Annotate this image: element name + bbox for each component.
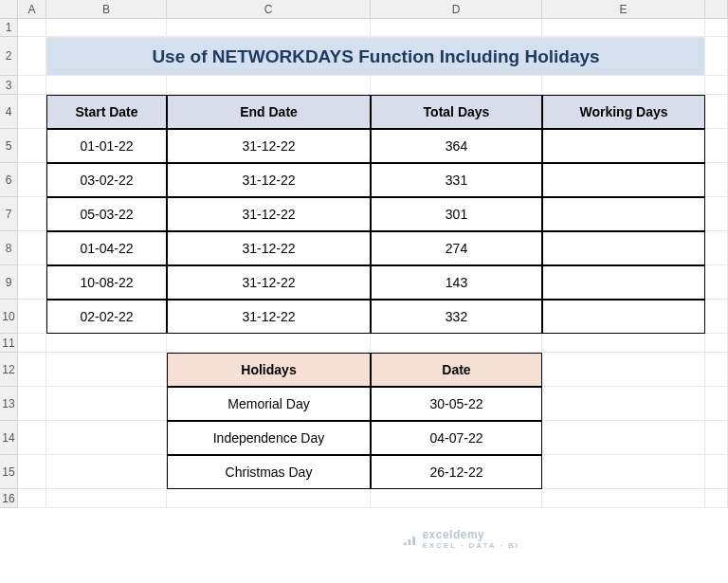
header-working-days[interactable]: Working Days	[542, 95, 705, 129]
cell[interactable]	[371, 76, 542, 95]
cell[interactable]	[18, 387, 46, 421]
cell-holiday-date[interactable]: 26-12-22	[371, 455, 542, 489]
cell[interactable]	[705, 95, 728, 129]
cell[interactable]	[18, 129, 46, 163]
col-header-E[interactable]: E	[542, 0, 705, 19]
cell[interactable]	[705, 421, 728, 455]
cell[interactable]	[46, 387, 167, 421]
cell-holiday-date[interactable]: 04-07-22	[371, 421, 542, 455]
cell[interactable]	[542, 353, 705, 387]
cell[interactable]	[46, 353, 167, 387]
cell[interactable]	[371, 19, 542, 37]
col-header-C[interactable]: C	[167, 0, 371, 19]
cell[interactable]	[705, 489, 728, 508]
cell-start[interactable]: 01-01-22	[46, 129, 167, 163]
row-header-13[interactable]: 13	[0, 387, 18, 421]
cell-end[interactable]: 31-12-22	[167, 129, 371, 163]
cell[interactable]	[705, 231, 728, 265]
cell[interactable]	[18, 421, 46, 455]
cell-end[interactable]: 31-12-22	[167, 300, 371, 334]
cell[interactable]	[18, 455, 46, 489]
cell-working[interactable]	[542, 231, 705, 265]
cell[interactable]	[371, 489, 542, 508]
select-all-corner[interactable]	[0, 0, 18, 19]
cell[interactable]	[705, 300, 728, 334]
cell[interactable]	[705, 353, 728, 387]
cell[interactable]	[542, 387, 705, 421]
cell-start[interactable]: 10-08-22	[46, 265, 167, 300]
cell-total[interactable]: 301	[371, 197, 542, 231]
cell[interactable]	[18, 76, 46, 95]
cell-working[interactable]	[542, 163, 705, 197]
row-header-7[interactable]: 7	[0, 197, 18, 231]
row-header-10[interactable]: 10	[0, 300, 18, 334]
row-header-11[interactable]: 11	[0, 334, 18, 353]
row-header-4[interactable]: 4	[0, 95, 18, 129]
cell-working[interactable]	[542, 129, 705, 163]
cell-holiday-date[interactable]: 30-05-22	[371, 387, 542, 421]
cell[interactable]	[18, 37, 46, 76]
cell[interactable]	[18, 19, 46, 37]
cell[interactable]	[705, 265, 728, 300]
col-header-A[interactable]: A	[18, 0, 46, 19]
cell-start[interactable]: 03-02-22	[46, 163, 167, 197]
cell[interactable]	[705, 76, 728, 95]
cell-start[interactable]: 01-04-22	[46, 231, 167, 265]
cell[interactable]	[167, 334, 371, 353]
cell[interactable]	[18, 265, 46, 300]
row-header-14[interactable]: 14	[0, 421, 18, 455]
header-holidays[interactable]: Holidays	[167, 353, 371, 387]
cell[interactable]	[167, 76, 371, 95]
cell[interactable]	[542, 19, 705, 37]
cell[interactable]	[18, 300, 46, 334]
cell[interactable]	[18, 197, 46, 231]
cell-total[interactable]: 274	[371, 231, 542, 265]
cell[interactable]	[46, 76, 167, 95]
cell[interactable]	[46, 421, 167, 455]
header-holiday-date[interactable]: Date	[371, 353, 542, 387]
cell[interactable]	[542, 334, 705, 353]
cell[interactable]	[18, 489, 46, 508]
cell[interactable]	[705, 387, 728, 421]
cell-working[interactable]	[542, 265, 705, 300]
row-header-6[interactable]: 6	[0, 163, 18, 197]
cell-holiday-name[interactable]: Independence Day	[167, 421, 371, 455]
cell-holiday-name[interactable]: Christmas Day	[167, 455, 371, 489]
cell[interactable]	[705, 37, 728, 76]
col-header-B[interactable]: B	[46, 0, 167, 19]
row-header-5[interactable]: 5	[0, 129, 18, 163]
cell-end[interactable]: 31-12-22	[167, 163, 371, 197]
cell[interactable]	[46, 455, 167, 489]
row-header-3[interactable]: 3	[0, 76, 18, 95]
cell[interactable]	[46, 489, 167, 508]
cell[interactable]	[542, 455, 705, 489]
cell[interactable]	[167, 19, 371, 37]
cell[interactable]	[542, 421, 705, 455]
cell[interactable]	[18, 231, 46, 265]
cell[interactable]	[705, 129, 728, 163]
cell[interactable]	[18, 353, 46, 387]
cell-start[interactable]: 02-02-22	[46, 300, 167, 334]
cell[interactable]	[18, 95, 46, 129]
cell-end[interactable]: 31-12-22	[167, 231, 371, 265]
header-total-days[interactable]: Total Days	[371, 95, 542, 129]
col-header-D[interactable]: D	[371, 0, 542, 19]
cell[interactable]	[705, 19, 728, 37]
cell-holiday-name[interactable]: Memorial Day	[167, 387, 371, 421]
cell[interactable]	[542, 489, 705, 508]
cell[interactable]	[46, 19, 167, 37]
page-title[interactable]: Use of NETWORKDAYS Function Including Ho…	[46, 37, 705, 76]
header-end-date[interactable]: End Date	[167, 95, 371, 129]
row-header-15[interactable]: 15	[0, 455, 18, 489]
cell[interactable]	[167, 489, 371, 508]
row-header-8[interactable]: 8	[0, 231, 18, 265]
cell-working[interactable]	[542, 300, 705, 334]
cell-total[interactable]: 331	[371, 163, 542, 197]
cell-total[interactable]: 332	[371, 300, 542, 334]
row-header-1[interactable]: 1	[0, 19, 18, 37]
cell-end[interactable]: 31-12-22	[167, 197, 371, 231]
cell-total[interactable]: 143	[371, 265, 542, 300]
cell[interactable]	[705, 334, 728, 353]
cell[interactable]	[705, 163, 728, 197]
cell[interactable]	[705, 455, 728, 489]
